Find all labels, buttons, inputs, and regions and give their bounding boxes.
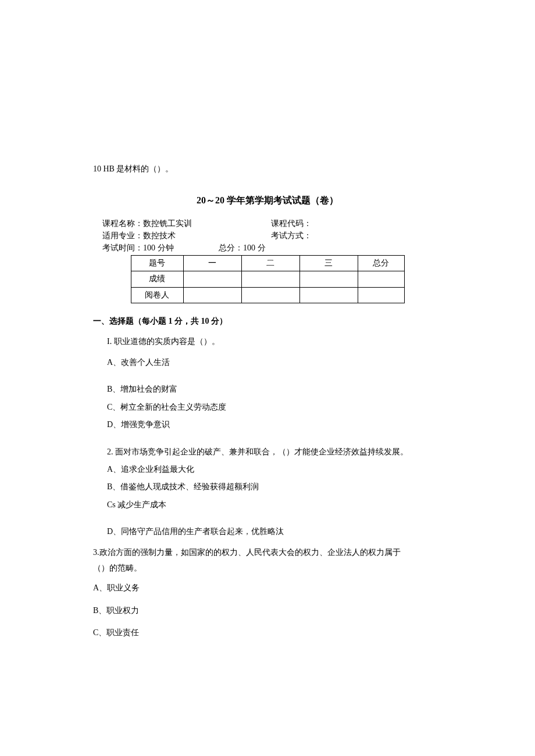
- exam-time-label: 考试时间：: [102, 243, 143, 252]
- exam-title: 20～20 学年第学期考试试题（卷）: [93, 193, 442, 208]
- question-1-option-a: A、改善个人生活: [107, 356, 442, 369]
- table-cell: [241, 271, 299, 287]
- major-label: 适用专业：: [102, 231, 143, 240]
- question-1-stem: I. 职业道德的实质内容是（）。: [107, 335, 442, 348]
- exam-info-block: 课程名称：数控铣工实训 课程代码： 适用专业：数控技术 考试方式： 考试时间：1…: [102, 217, 442, 254]
- question-2-stem: 2. 面对市场竞争引起企业的破产、兼并和联合，（）才能使企业经济效益持续发展。: [107, 446, 442, 458]
- question-3-option-c: C、职业责任: [93, 626, 442, 639]
- info-row-1: 课程名称：数控铣工实训 课程代码：: [102, 217, 442, 230]
- question-2-option-b: B、借鉴他人现成技术、经验获得超额利润: [107, 481, 442, 493]
- table-cell: [299, 287, 358, 303]
- info-row-2: 适用专业：数控技术 考试方式：: [102, 230, 442, 242]
- major-value: 数控技术: [143, 231, 176, 240]
- question-3-stem-line1: 3.政治方面的强制力量，如国家的的权力、人民代表大会的权力、企业法人的权力属于: [93, 546, 442, 559]
- table-cell: [183, 271, 241, 287]
- table-header-col2: 二: [241, 255, 299, 271]
- question-2-option-c: Cs 减少生产成本: [107, 499, 442, 511]
- question-2-option-d: D、同恪守产品信用的生产者联合起来，优胜略汰: [107, 525, 442, 538]
- table-cell: [358, 287, 404, 303]
- exam-mode-label: 考试方式：: [271, 231, 312, 240]
- table-cell: [183, 287, 241, 303]
- question-1-option-d: D、增强竞争意识: [107, 418, 442, 431]
- exam-time-value: 100 分钟: [143, 243, 174, 252]
- table-row: 成绩: [131, 271, 404, 287]
- table-grader-label: 阅卷人: [131, 287, 183, 303]
- question-3-option-b: B、职业权力: [93, 604, 442, 617]
- total-score-label: 总分：: [219, 243, 243, 252]
- question-3-option-a: A、职业义务: [93, 582, 442, 594]
- question-1-option-b: B、增加社会的财富: [107, 383, 442, 396]
- table-row: 题号 一 二 三 总分: [131, 255, 404, 271]
- table-header-col3: 三: [299, 255, 358, 271]
- table-header-label: 题号: [131, 255, 183, 271]
- course-name-label: 课程名称：: [102, 219, 143, 228]
- total-score-value: 100 分: [243, 243, 266, 252]
- table-score-label: 成绩: [131, 271, 183, 287]
- question-3-stem-line2: （）的范畴。: [93, 562, 442, 575]
- question-2-option-a: A、追求企业利益最大化: [107, 463, 442, 476]
- table-cell: [299, 271, 358, 287]
- table-header-col1: 一: [183, 255, 241, 271]
- score-table: 题号 一 二 三 总分 成绩 阅卷人: [131, 255, 405, 303]
- info-row-3: 考试时间：100 分钟 总分：100 分: [102, 242, 442, 254]
- course-code-label: 课程代码：: [271, 219, 312, 228]
- section-heading-1: 一、选择题（每小题 1 分，共 10 分）: [93, 315, 442, 328]
- course-name-value: 数控铣工实训: [143, 219, 192, 228]
- table-cell: [241, 287, 299, 303]
- header-fragment: 10 HB 是材料的（）。: [93, 163, 442, 175]
- table-row: 阅卷人: [131, 287, 404, 303]
- table-cell: [358, 271, 404, 287]
- table-header-total: 总分: [358, 255, 404, 271]
- question-1-option-c: C、树立全新的社会主义劳动态度: [107, 401, 442, 414]
